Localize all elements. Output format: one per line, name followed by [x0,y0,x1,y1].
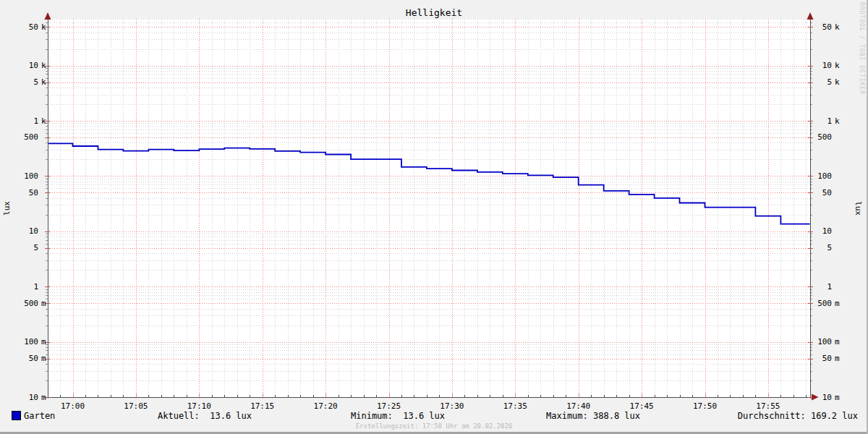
y-tick-label-right: 10 [822,393,832,402]
x-tick-label: 17:45 [630,401,654,411]
y-tick-label-right: 500 [817,132,832,142]
brightness-chart: 50k50k10k10k5k5k1k1k50050010010050501010… [0,0,868,434]
x-tick-label: 17:05 [124,401,148,411]
y-tick-label-right: 100 [817,171,832,181]
stat-durchschnitt: Durchschnitt: 169.2 lux [738,411,858,421]
x-tick-label: 17:40 [566,401,590,411]
y-tick-label-left-suffix: m [41,337,46,346]
y-axis-unit-left: lux [2,201,12,216]
y-tick-label-left: 5 [33,77,38,87]
y-tick-label-right-suffix: k [835,77,840,87]
y-tick-label-left: 50 [29,354,38,363]
y-tick-label-left: 500 [24,132,38,142]
x-tick-label: 17:20 [314,401,338,411]
y-tick-label-left-suffix: k [41,77,46,87]
y-tick-label-left: 1 [33,116,38,126]
y-tick-label-right: 5 [827,77,832,87]
stat-aktuell: Aktuell: 13.6 lux [158,411,252,421]
y-tick-label-left-suffix: k [41,22,46,32]
y-tick-label-right: 10 [822,226,832,236]
y-tick-label-left-suffix: m [41,354,46,363]
y-tick-label-left: 50 [29,22,38,32]
y-tick-label-right-suffix: k [835,61,840,70]
stat-maximum: Maximum: 388.8 lux [546,411,640,421]
y-tick-label-right-suffix: k [835,22,840,32]
x-tick-label: 17:10 [187,401,211,411]
x-tick-label: 17:35 [503,401,527,411]
y-tick-label-right: 10 [822,61,832,70]
stat-minimum: Minimum: 13.6 lux [351,411,445,421]
x-tick-label: 17:30 [440,401,464,411]
rrdtool-watermark: RRDTOOL / TOBI OETIKER [859,2,865,95]
x-tick-label: 17:25 [377,401,401,411]
x-tick-label: 17:55 [756,401,780,411]
y-tick-label-left: 10 [29,226,38,236]
series-label: Garten [24,411,55,421]
y-tick-label-left: 500 [24,299,38,308]
y-tick-label-right-suffix: m [835,393,840,402]
y-tick-label-left: 5 [33,243,38,252]
y-tick-label-right: 5 [827,243,832,252]
y-tick-label-left-suffix: m [41,393,46,402]
y-tick-label-right: 50 [822,354,832,363]
y-tick-label-left-suffix: k [41,116,46,126]
y-tick-label-right-suffix: m [835,299,840,308]
y-tick-label-right-suffix: m [835,354,840,363]
y-axis-unit-right: lux [854,201,863,216]
y-tick-label-left: 10 [29,61,38,70]
y-tick-label-right: 100 [817,337,832,346]
y-tick-label-left: 10 [29,393,38,402]
y-tick-label-left: 50 [29,188,38,197]
x-tick-label: 17:00 [61,401,85,411]
y-tick-label-left-suffix: k [41,61,46,70]
plot-area [48,19,810,397]
y-tick-label-right-suffix: k [835,116,840,126]
y-tick-label-left: 100 [24,337,38,346]
rrdtool-graph-window: 50k50k10k10k5k5k1k1k50050010010050501010… [0,0,868,434]
series-color-swatch [12,411,21,420]
creation-timestamp: Erstellungszeit: 17:58 Uhr am 20.02.2026 [0,422,868,430]
y-tick-label-right: 1 [827,282,832,292]
y-tick-label-right-suffix: m [835,337,840,346]
chart-title: Helligkeit [0,7,868,18]
y-tick-label-right: 50 [822,188,832,197]
x-tick-label: 17:50 [693,401,717,411]
y-tick-label-right: 500 [817,299,832,308]
y-tick-label-left: 1 [33,282,38,292]
y-tick-label-left: 100 [24,171,38,181]
y-tick-label-left-suffix: m [41,299,46,308]
y-tick-label-right: 1 [827,116,832,126]
x-tick-label: 17:15 [250,401,274,411]
y-tick-label-right: 50 [822,22,832,32]
